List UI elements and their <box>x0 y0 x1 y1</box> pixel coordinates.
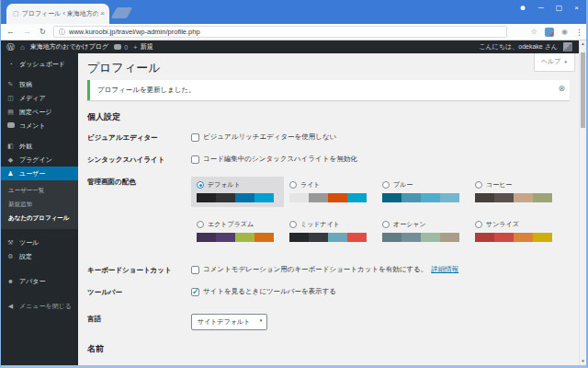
new-tab-button[interactable] <box>111 7 132 18</box>
close-button[interactable]: × <box>574 4 579 13</box>
keyboard-shortcuts-row: キーボードショートカット コメントモデレーション用のキーボードショートカットを有… <box>87 265 571 275</box>
keyboard-shortcuts-checkbox[interactable] <box>191 266 199 274</box>
tab-close-icon[interactable]: × <box>100 10 105 17</box>
scheme-ocean[interactable]: オーシャン <box>377 216 469 247</box>
sidebar-item-pages[interactable]: ▤ 固定ページ <box>0 105 78 119</box>
dashboard-icon: ◔ <box>6 61 15 67</box>
tools-icon: ⚒ <box>6 239 15 247</box>
scroll-down-icon[interactable]: ▼ <box>580 358 586 365</box>
home-icon[interactable]: ⌂ <box>20 43 25 52</box>
pages-icon: ▤ <box>6 109 15 116</box>
wordpress-logo-icon[interactable]: Ⓦ <box>6 41 15 53</box>
sidebar-item-plugins[interactable]: ◆ プラグイン <box>0 153 78 167</box>
more-info-link[interactable]: 詳細情報 <box>431 265 458 274</box>
color-swatch <box>289 193 309 202</box>
scheme-label: エクトプラズム <box>208 220 254 229</box>
appearance-icon: ◧ <box>6 143 15 150</box>
profile-person-icon[interactable]: ☻ <box>519 4 526 13</box>
scheme-ocean-radio[interactable] <box>382 221 390 228</box>
scheme-swatches <box>382 193 459 202</box>
maximize-button[interactable]: ▢ <box>556 4 563 13</box>
sidebar-item-label: プラグイン <box>19 155 52 165</box>
color-swatch <box>514 193 533 202</box>
sidebar-item-tools[interactable]: ⚒ ツール <box>0 236 78 249</box>
user-avatar[interactable] <box>563 42 572 52</box>
scrollbar-thumb[interactable] <box>581 52 585 128</box>
scheme-coffee-radio[interactable] <box>475 181 482 189</box>
color-swatch <box>514 233 533 242</box>
sidebar-item-collapse-menu[interactable]: ◀ メニューを閉じる <box>0 299 78 313</box>
sidebar-item-settings[interactable]: ⚙ 設定 <box>0 249 78 263</box>
scheme-coffee[interactable]: コーヒー <box>469 177 562 207</box>
color-swatch <box>475 193 494 202</box>
color-swatch <box>440 193 459 202</box>
new-content-label[interactable]: 新規 <box>141 42 153 52</box>
page-scrollbar[interactable]: ▲ ▼ <box>579 40 586 365</box>
users-icon: ♟ <box>6 170 15 178</box>
submenu-item-add-new[interactable]: 新規追加 <box>0 198 78 212</box>
site-info-icon[interactable]: ⓘ <box>59 28 65 37</box>
collapse-icon: ◀ <box>6 303 15 310</box>
scheme-ectoplasm-radio[interactable] <box>197 221 204 228</box>
scheme-light-radio[interactable] <box>289 181 297 189</box>
color-swatch <box>382 193 401 202</box>
browser-tab[interactable]: ▢ プロフィール ‹ 東海地方のお × <box>6 4 109 24</box>
color-swatch <box>254 233 274 242</box>
select-caret-icon: ▼ <box>259 318 263 323</box>
scroll-up-icon[interactable]: ▲ <box>580 40 586 48</box>
sidebar-item-posts[interactable]: ✎ 投稿 <box>0 77 78 91</box>
visual-editor-row: ビジュアルエディター ビジュアルリッチエディターを使用しない <box>87 132 571 143</box>
comments-bubble-icon[interactable] <box>114 44 121 50</box>
personal-settings-heading: 個人設定 <box>87 111 571 123</box>
address-bar[interactable]: ⓘ www.kuroobi.jp/travel/wp-admin/profile… <box>53 26 507 38</box>
sidebar-item-users[interactable]: ♟ ユーザー <box>0 167 78 180</box>
scheme-midnight[interactable]: ミッドナイト <box>284 216 377 247</box>
name-section-heading: 名前 <box>87 343 571 355</box>
language-select[interactable]: サイトデフォルト ▼ <box>191 314 267 330</box>
back-icon[interactable]: ← <box>6 27 15 36</box>
dismiss-notice-icon[interactable]: ⊗ <box>558 84 565 93</box>
new-content-plus-icon[interactable]: + <box>133 43 138 52</box>
sidebar-item-comments[interactable]: コメント <box>0 119 78 132</box>
submenu-item-user-list[interactable]: ユーザー一覧 <box>0 184 78 198</box>
minimize-button[interactable]: ─ <box>538 4 544 13</box>
camera-extension-icon[interactable]: ◉ <box>561 28 568 36</box>
reload-icon[interactable]: ↻ <box>40 28 46 36</box>
help-button[interactable]: ヘルプ ▼ <box>534 53 575 72</box>
scheme-default-radio[interactable] <box>197 181 204 189</box>
scheme-light[interactable]: ライト <box>284 177 377 207</box>
scheme-blue-radio[interactable] <box>382 181 390 189</box>
scheme-midnight-radio[interactable] <box>289 221 297 228</box>
user-greeting[interactable]: こんにちは、odekake さん <box>479 42 558 52</box>
admin-bar-site-name[interactable]: 東海地方のおでかけブログ <box>30 42 108 52</box>
sidebar-item-dashboard[interactable]: ◔ ダッシュボード <box>0 57 78 71</box>
sidebar-item-label: 設定 <box>19 252 32 261</box>
syntax-highlight-option-text: コード編集中のシンタックスハイライトを無効化 <box>203 155 357 164</box>
toolbar-checkbox[interactable]: ✓ <box>191 288 199 296</box>
color-swatch <box>421 233 440 242</box>
sidebar-item-appearance[interactable]: ◧ 外観 <box>0 139 78 153</box>
sidebar-item-avatar[interactable]: ☻ アバター <box>0 274 78 288</box>
scheme-sunrise[interactable]: サンライズ <box>469 216 562 247</box>
submenu-item-your-profile[interactable]: あなたのプロフィール <box>0 212 78 225</box>
syntax-highlight-checkbox[interactable] <box>191 155 199 164</box>
color-swatch <box>289 233 309 242</box>
sidebar-item-label: ユーザー <box>19 169 45 178</box>
sidebar-item-label: ダッシュボード <box>19 60 65 69</box>
scheme-sunrise-radio[interactable] <box>475 221 482 228</box>
sidebar-item-media[interactable]: ◫ メディア <box>0 91 78 105</box>
avatar-icon: ☻ <box>6 278 15 284</box>
scheme-ectoplasm[interactable]: エクトプラズム <box>191 216 284 247</box>
visual-editor-checkbox[interactable] <box>191 133 199 142</box>
browser-menu-icon[interactable]: ⋮ <box>575 28 583 37</box>
bookmark-star-icon[interactable]: ☆ <box>531 28 537 36</box>
comment-count[interactable]: 0 <box>124 44 128 51</box>
toolbar-row: ツールバー ✓ サイトを見るときにツールバーを表示する <box>87 287 571 297</box>
scheme-label: オーシャン <box>393 220 426 229</box>
scheme-default[interactable]: デフォルト <box>191 177 284 207</box>
scheme-blue[interactable]: ブルー <box>377 177 469 207</box>
color-swatch <box>440 233 459 242</box>
extension-icon[interactable] <box>545 28 554 37</box>
color-scheme-label: 管理画面の配色 <box>87 177 191 187</box>
forward-icon[interactable]: → <box>23 27 31 36</box>
